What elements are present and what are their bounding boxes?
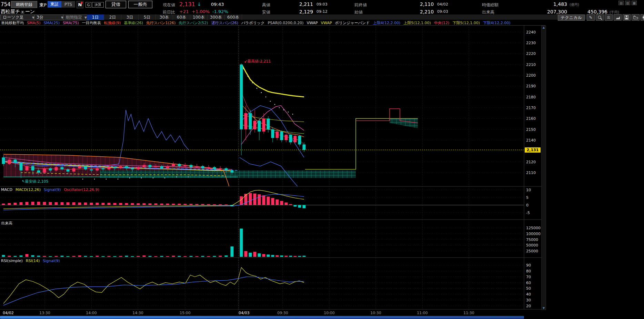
high-label: 高値 — [262, 2, 270, 8]
news-icon[interactable]: N — [77, 1, 83, 8]
macd-legend: MACDMACD(12,26)Signal(9)Oscillator(12,26… — [1, 187, 99, 192]
general-sell-button[interactable]: 一般売 — [128, 1, 152, 8]
rsi-pane — [3, 268, 304, 306]
main-legend-item: VWAP — [307, 21, 318, 25]
macd-axis-label: 5 — [526, 195, 529, 200]
panel-icon-2[interactable]: ▥ — [625, 1, 630, 5]
macd-legend-item: Oscillator(12,26,9) — [64, 187, 99, 192]
range-tab-3日[interactable]: 3日 — [121, 14, 139, 20]
range-tab-1日[interactable]: 1日 — [87, 14, 104, 20]
printer-icon[interactable] — [641, 14, 644, 21]
chart-tool-icons: ✎出 — [587, 14, 644, 21]
main-axis-label: 2180 — [526, 95, 536, 99]
earnings-flag[interactable]: 決算 — [92, 2, 104, 8]
range-tab-5日[interactable]: 5日 — [139, 14, 156, 20]
chart-type-select[interactable]: ローソク足▼ — [0, 14, 37, 20]
range-tab-2日[interactable]: 2日 — [104, 14, 121, 20]
pencil-icon[interactable]: ✎ — [587, 14, 595, 21]
g-flag-icon[interactable]: G — [85, 2, 91, 8]
senkou2-projection — [305, 118, 418, 169]
macd-legend-item: Signal(9) — [44, 187, 61, 192]
main-axis-label: 2240 — [526, 30, 536, 35]
volume-value: 207,300 — [538, 9, 567, 14]
open-time: 09:03 — [437, 9, 448, 14]
range-tab-600本[interactable]: 600本 — [225, 14, 242, 20]
save-icon[interactable] — [623, 14, 631, 21]
main-axis-label: 2200 — [526, 73, 536, 78]
chevron-down-icon: ▼ — [84, 16, 87, 19]
exchange-tab-PTS[interactable]: PTS — [61, 1, 75, 8]
exchange-tabs: 東証PTS — [48, 1, 75, 8]
rsi-legend-item: RSI(14) — [26, 259, 40, 263]
market-cap-unit: (億円) — [570, 2, 579, 7]
x-axis-label: 11:30 — [463, 311, 474, 315]
area-chart-icon[interactable] — [614, 14, 622, 21]
main-axis-label: 2110 — [526, 171, 536, 175]
kumo-bull-projection — [390, 118, 418, 128]
volume-pane-label: 出来高 — [1, 221, 12, 226]
prev-close-label: 前終値 — [354, 2, 367, 8]
macd-axis-label: 0 — [526, 203, 529, 207]
high-time: 09:03 — [316, 2, 328, 7]
main-legend-item: ボリンジャーバンド — [335, 20, 370, 26]
margin-trade-button[interactable]: 貸借 — [105, 1, 126, 8]
vol-axis-label: 100000 — [526, 232, 541, 236]
price-down-arrow-icon: ↓ — [197, 1, 201, 7]
main-legend-item: 上限5(12,1.00) — [403, 20, 431, 26]
x-axis-label: 14:00 — [86, 311, 97, 315]
main-axis-label: 2190 — [526, 84, 536, 88]
rsi-axis-label: 40 — [526, 292, 531, 297]
x-axis-label: 15:00 — [180, 311, 191, 315]
main-legend-item: SMA(75) — [63, 21, 79, 25]
main-axis-label: 2170 — [526, 106, 536, 110]
panel-icon-3[interactable]: ▦ — [632, 1, 637, 5]
current-price-tag: 2,131 — [525, 147, 541, 153]
main-axis-label: 2150 — [526, 127, 536, 132]
range-tab-group: 1日2日3日5日30本60本100本300本600本 — [87, 14, 242, 20]
change-percent: +1.00% — [192, 9, 210, 14]
main-legend-item: 遅行スパン(26) — [211, 20, 238, 26]
horizontal-scrollbar[interactable] — [0, 316, 524, 319]
x-axis-label: 13:30 — [39, 311, 50, 315]
chart-canvas: 2240223022202210220021902180217021602150… — [0, 0, 644, 319]
scroll-up-icon[interactable]: ▲ — [543, 26, 545, 29]
arrow-icon: ↙ — [244, 59, 247, 64]
x-axis-label: 04/03 — [239, 311, 250, 315]
low-annotation: ↖最安値:2,105 — [22, 179, 48, 184]
macd-axis-label: 10 — [526, 188, 531, 192]
range-tab-60本[interactable]: 60本 — [173, 14, 190, 20]
panel-icon-1[interactable]: ▤ — [618, 1, 624, 5]
vol-axis-label: 75000 — [526, 238, 538, 242]
turnover-value: 450,396 — [579, 9, 607, 14]
macd-axis-label: -5 — [526, 211, 530, 215]
exchange-tab-東証[interactable]: 東証 — [48, 1, 61, 8]
main-legend-item: 上限4(12,2.00) — [373, 20, 401, 26]
folder-icon[interactable] — [632, 14, 640, 21]
main-legend-item: パラボリック — [241, 20, 265, 26]
main-axis-label: 2160 — [526, 116, 536, 121]
main-legend-item: SMA(5) — [27, 21, 41, 25]
main-axis-label: 2220 — [526, 51, 536, 56]
scroll-down-icon[interactable]: ▼ — [543, 307, 545, 310]
interval-select[interactable]: 3分▼ — [34, 14, 66, 20]
vertical-scrollbar[interactable]: ▲ ▼ — [541, 26, 546, 310]
change-value: +21 — [179, 9, 189, 14]
range-tab-100本[interactable]: 100本 — [190, 14, 208, 20]
main-indicator-legend: 単純移動平均SMA(5)SMA(25)SMA(75)一目均衡表転換線(9)基準線… — [1, 20, 511, 26]
kumo-bear-low — [3, 171, 100, 177]
rsi-axis-label: 80 — [526, 269, 531, 273]
magnifier-icon[interactable] — [596, 14, 604, 21]
trading-app-window: 2240223022202210220021902180217021602150… — [0, 0, 644, 319]
main-legend-item: 先行スパン2(52) — [179, 20, 208, 26]
output-icon[interactable]: 出 — [605, 14, 613, 21]
technical-button[interactable]: テクニカル — [558, 14, 585, 21]
main-legend-item: 単純移動平均 — [1, 20, 24, 26]
main-legend-item: 転換線(9) — [104, 20, 121, 26]
x-axis-label: 10:30 — [370, 311, 381, 315]
x-axis-label: 10:00 — [324, 311, 335, 315]
volume-pane — [2, 229, 306, 257]
range-tab-300本[interactable]: 300本 — [208, 14, 225, 20]
range-tab-30本[interactable]: 30本 — [156, 14, 173, 20]
period-select[interactable]: 期間指定▼ — [63, 14, 89, 20]
register-symbol-button[interactable]: 銘柄登録 — [11, 1, 37, 8]
